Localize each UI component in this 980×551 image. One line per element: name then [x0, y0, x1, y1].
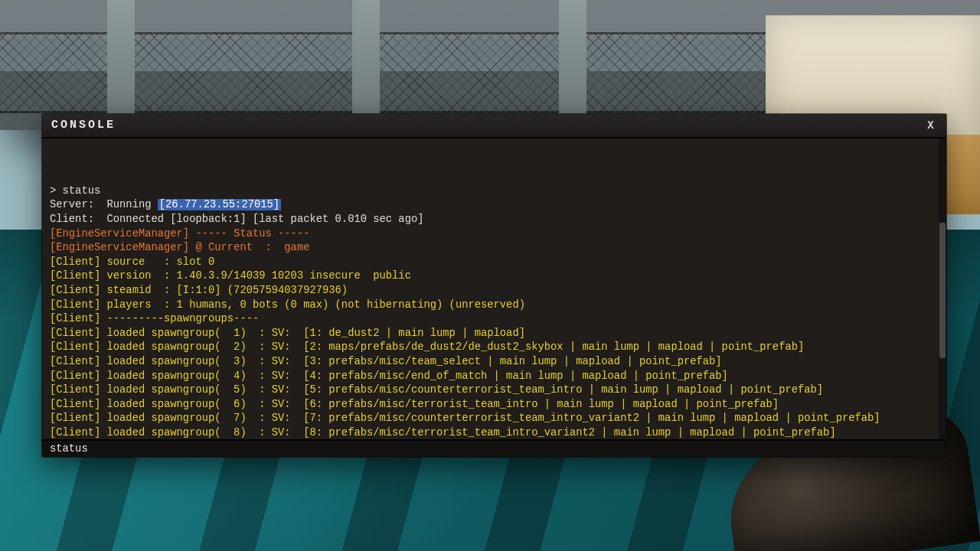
- console-line: [Client] loaded spawngroup( 2) : SV: [2:…: [50, 341, 939, 355]
- console-text: [Client] source : slot 0: [50, 256, 214, 268]
- console-title-bar[interactable]: CONSOLE X: [42, 114, 946, 138]
- scrollbar-track[interactable]: [939, 139, 946, 439]
- console-line: [Client] players : 1 humans, 0 bots (0 m…: [50, 298, 939, 313]
- console-text: [Client] steamid : [I:1:0] (720575940379…: [50, 285, 348, 296]
- console-line: [Client] source : slot 0: [50, 256, 939, 270]
- console-text: [Client] loaded spawngroup( 3) : SV: [3:…: [50, 356, 722, 367]
- scrollbar-thumb[interactable]: [939, 223, 946, 358]
- close-icon: X: [927, 119, 936, 132]
- console-input-row: [42, 440, 946, 457]
- console-text: Server: Running: [50, 199, 158, 210]
- developer-console-window: CONSOLE X > statusServer: Running [26.77…: [42, 114, 946, 457]
- console-text: [Client] loaded spawngroup( 1) : SV: [1:…: [50, 328, 525, 339]
- console-line: [Client] loaded spawngroup( 3) : SV: [3:…: [50, 355, 939, 370]
- console-input[interactable]: [48, 442, 940, 455]
- console-line: Client: Connected [loopback:1] [last pac…: [50, 213, 939, 227]
- console-line: [Client] loaded spawngroup( 8) : SV: [8:…: [50, 426, 939, 440]
- close-button[interactable]: X: [920, 114, 943, 137]
- console-line: [Client] version : 1.40.3.9/14039 10203 …: [50, 269, 939, 284]
- console-line: [EngineServiceManager] ----- Status ----…: [50, 227, 939, 242]
- console-text: [EngineServiceManager] @ Current : game: [50, 242, 309, 253]
- console-text: [26.77.23.55:27015]: [158, 199, 281, 210]
- console-line: [Client] steamid : [I:1:0] (720575940379…: [50, 284, 939, 298]
- console-line: Server: Running [26.77.23.55:27015]: [50, 198, 939, 213]
- console-text: [Client] players : 1 humans, 0 bots (0 m…: [50, 299, 525, 311]
- console-line: [Client] ---------spawngroups----: [50, 312, 939, 327]
- console-line: [Client] loaded spawngroup( 4) : SV: [4:…: [50, 370, 939, 384]
- console-line: > status: [50, 184, 939, 199]
- console-line: [EngineServiceManager] @ Current : game: [50, 241, 939, 256]
- console-line: [Client] loaded spawngroup( 5) : SV: [5:…: [50, 383, 939, 398]
- console-text: [Client] loaded spawngroup( 2) : SV: [2:…: [50, 341, 804, 353]
- console-text: [Client] ---------spawngroups----: [50, 313, 259, 324]
- console-text: [Client] loaded spawngroup( 5) : SV: [5:…: [50, 384, 823, 396]
- console-line: [Client] loaded spawngroup( 1) : SV: [1:…: [50, 327, 939, 341]
- console-line: [Client] loaded spawngroup( 6) : SV: [6:…: [50, 398, 939, 412]
- console-text: Client: Connected [loopback:1] [last pac…: [50, 214, 424, 225]
- console-text: > status: [50, 185, 100, 197]
- console-text: [Client] loaded spawngroup( 4) : SV: [4:…: [50, 370, 728, 382]
- console-output[interactable]: > statusServer: Running [26.77.23.55:270…: [42, 138, 946, 440]
- console-line: [Client] loaded spawngroup( 7) : SV: [7:…: [50, 412, 939, 426]
- console-text: [Client] version : 1.40.3.9/14039 10203 …: [50, 270, 411, 282]
- console-text: [Client] loaded spawngroup( 8) : SV: [8:…: [50, 427, 836, 439]
- console-title: CONSOLE: [51, 119, 116, 132]
- console-text: [Client] loaded spawngroup( 7) : SV: [7:…: [50, 412, 880, 424]
- console-text: [EngineServiceManager] ----- Status ----…: [50, 228, 309, 240]
- console-text: [Client] loaded spawngroup( 6) : SV: [6:…: [50, 399, 779, 410]
